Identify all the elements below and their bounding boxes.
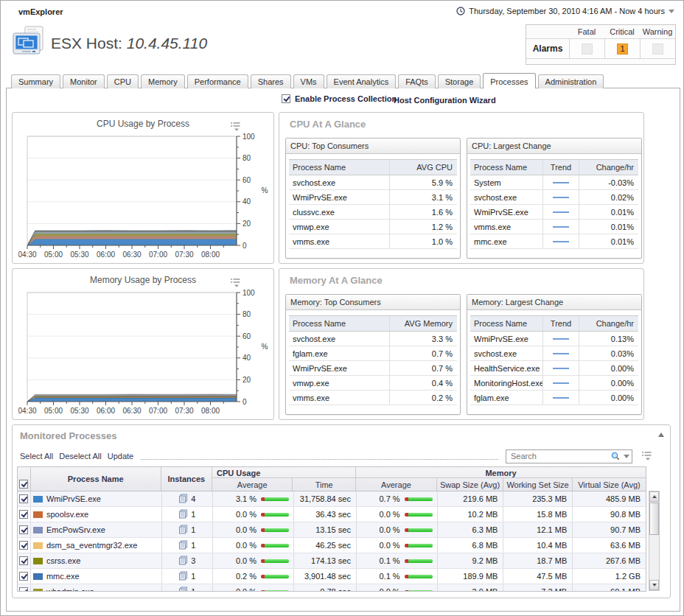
average-value: 0.2 % — [213, 572, 256, 581]
tab-vms[interactable]: VMs — [293, 74, 324, 88]
row-checkbox[interactable] — [19, 587, 28, 592]
tab-cpu[interactable]: CPU — [107, 74, 139, 88]
process-name-cell: vmms.exe — [470, 223, 542, 231]
table-row[interactable]: dsm_sa_eventmgr32.exe10.0 %46.25 sec0.0 … — [18, 538, 646, 553]
tab-performance[interactable]: Performance — [187, 74, 248, 88]
tab-storage[interactable]: Storage — [438, 74, 481, 88]
table-row[interactable]: fglam.exe0.00% — [470, 391, 638, 405]
tab-monitor[interactable]: Monitor — [63, 74, 105, 88]
instances-count: 4 — [191, 494, 195, 503]
scroll-up-button[interactable] — [649, 491, 659, 502]
change-hr-cell: 0.13% — [579, 332, 638, 346]
table-row[interactable]: vmwp.exe1.2 % — [289, 220, 457, 234]
alarms-critical-cell[interactable]: 1 — [604, 39, 640, 58]
table-row[interactable]: System-0.03% — [470, 175, 638, 190]
time-range-selector[interactable]: Thursday, September 30, 2010 4:16 AM - N… — [456, 7, 674, 15]
search-icon[interactable] — [610, 451, 621, 461]
table-row[interactable]: csrss.exe30.0 %174.13 sec0.1 %9.2 MB18.7… — [18, 553, 646, 569]
table-row[interactable]: mmc.exe10.2 %3,901.48 sec0.1 %189.9 MB47… — [18, 569, 646, 584]
tab-shares[interactable]: Shares — [251, 74, 291, 88]
table-row[interactable]: EmcPowSrv.exe10.0 %13.15 sec0.0 %6.3 MB1… — [18, 522, 646, 538]
table-row[interactable]: svchost.exe0.03% — [470, 346, 638, 361]
table-row[interactable]: vmms.exe1.0 % — [289, 234, 457, 249]
usage-sparkbar — [405, 497, 433, 501]
cpu-at-a-glance-panel: CPU At A Glance CPU: Top Consumers Proce… — [279, 112, 644, 264]
memory-average-cell: 0.1 % — [357, 569, 438, 584]
usage-sparkbar — [405, 590, 433, 592]
tab-event-analytics[interactable]: Event Analytics — [327, 74, 397, 88]
select-all-link[interactable]: Select All — [20, 452, 53, 461]
instances-count: 1 — [191, 525, 195, 534]
tab-memory[interactable]: Memory — [141, 74, 185, 88]
row-checkbox[interactable] — [19, 556, 28, 565]
trend-cell — [542, 220, 579, 234]
cpu-average-cell: 0.0 % — [213, 507, 294, 522]
table-row[interactable]: svchost.exe0.02% — [470, 190, 638, 205]
chevron-down-icon — [669, 10, 674, 13]
sparkbar-fill — [408, 544, 433, 547]
table-row[interactable]: mmc.exe0.01% — [470, 234, 638, 249]
table-row[interactable]: spoolsv.exe10.0 %36.43 sec0.0 %10.2 MB15… — [18, 507, 646, 522]
table-row[interactable]: WmiPrvSE.exe0.13% — [470, 332, 638, 346]
tab-faqts[interactable]: FAQts — [398, 74, 436, 88]
table-header: Process NameTrendChange/hr — [470, 315, 638, 332]
table-menu-icon[interactable] — [641, 451, 652, 462]
table-row[interactable]: MonitoringHost.exe0.00% — [470, 376, 638, 391]
tab-summary[interactable]: Summary — [11, 74, 60, 88]
change-hr-cell: 0.00% — [579, 391, 638, 405]
usage-sparkbar — [261, 559, 289, 563]
process-name-cell: spoolsv.exe — [31, 507, 162, 522]
table-row[interactable]: WmiPrvSE.exe0.01% — [470, 205, 638, 220]
host-configuration-wizard-link[interactable]: Host Configuration Wizard — [394, 96, 496, 105]
update-link[interactable]: Update — [108, 452, 133, 461]
select-all-checkbox[interactable] — [19, 480, 28, 489]
memory-average-cell: 0.0 % — [357, 538, 438, 553]
search-options-caret-icon[interactable] — [624, 455, 629, 458]
table-row[interactable]: clussvc.exe1.6 % — [289, 205, 457, 220]
table-row[interactable]: fglam.exe0.7 % — [289, 346, 457, 361]
tab-administration[interactable]: Administration — [538, 74, 604, 88]
scroll-down-button[interactable] — [649, 580, 659, 590]
svg-text:80: 80 — [242, 154, 251, 162]
instances-icon — [178, 540, 188, 551]
alarms-col-warning: Warning — [640, 25, 675, 38]
row-checkbox[interactable] — [19, 510, 28, 519]
row-checkbox[interactable] — [19, 541, 28, 550]
alarms-warning-cell[interactable] — [640, 39, 675, 58]
process-name-label: wbadmin.exe — [46, 587, 94, 592]
deselect-all-link[interactable]: Deselect All — [59, 452, 101, 461]
column-header-cpu-time: Time — [293, 478, 355, 491]
enable-process-collection-checkbox[interactable] — [282, 94, 290, 103]
scrollbar-thumb[interactable] — [649, 503, 659, 535]
table-row[interactable]: HealthService.exe0.00% — [470, 361, 638, 376]
search-input[interactable] — [509, 451, 610, 461]
tab-processes[interactable]: Processes — [483, 73, 535, 88]
table-row[interactable]: wbadmin.exe10.0 %0.78 sec0.0 %2.9 MB7.2 … — [18, 584, 646, 592]
alarms-fatal-cell[interactable] — [569, 39, 604, 58]
cpu-time-cell: 31,758.84 sec — [294, 491, 357, 506]
table-row[interactable]: vmms.exe0.01% — [470, 220, 638, 234]
table-scrollbar[interactable] — [649, 491, 660, 591]
row-checkbox-cell — [18, 491, 31, 506]
average-value: 0.0 % — [357, 525, 400, 534]
row-checkbox[interactable] — [19, 494, 28, 503]
trend-cell — [542, 234, 579, 248]
table-row[interactable]: vmms.exe0.2 % — [289, 391, 457, 405]
memory-usage-chart-plot: 020406080100%04:3005:0005:3006:0006:3007… — [18, 287, 269, 418]
table-row[interactable]: WmiPrvSE.exe3.1 % — [289, 190, 457, 205]
table-row[interactable]: vmwp.exe0.4 % — [289, 376, 457, 391]
row-checkbox[interactable] — [19, 525, 28, 534]
table-header: Process NameAVG CPU — [289, 159, 457, 175]
table-row[interactable]: svchost.exe3.3 % — [289, 332, 457, 346]
collapse-panel-icon[interactable] — [658, 433, 664, 437]
row-checkbox[interactable] — [19, 572, 28, 581]
alarms-col-fatal: Fatal — [569, 25, 604, 38]
trend-cell — [542, 391, 579, 405]
table-row[interactable]: WmiPrvSE.exe43.1 %31,758.84 sec0.7 %219.… — [18, 491, 646, 507]
svg-text:05:30: 05:30 — [70, 407, 88, 415]
avg-value-cell: 3.3 % — [389, 332, 457, 346]
usage-sparkbar — [405, 528, 433, 532]
table-row[interactable]: svchost.exe5.9 % — [289, 175, 457, 190]
process-name-label: EmcPowSrv.exe — [46, 525, 105, 534]
table-row[interactable]: WmiPrvSE.exe0.7 % — [289, 361, 457, 376]
